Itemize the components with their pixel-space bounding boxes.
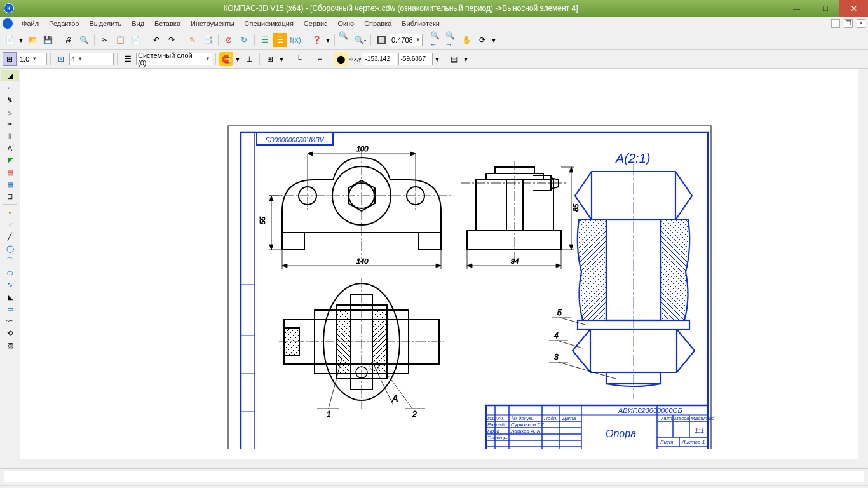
tool-aux-line[interactable]: ⟋ <box>1 219 19 230</box>
layer-mgr-button[interactable]: ☰ <box>121 52 135 66</box>
tool-hatch[interactable]: ▨ <box>1 339 19 351</box>
paste-button[interactable]: 📄 <box>128 33 142 47</box>
tool-rect[interactable]: ▭ <box>1 303 19 315</box>
vertical-scrollbar[interactable] <box>858 69 868 459</box>
svg-text:Опора: Опора <box>606 428 636 439</box>
snap-dropdown[interactable]: ▾ <box>234 52 241 66</box>
title-bar: К КОМПАС-3D V15 (x64) - [Сборочный черте… <box>0 0 868 17</box>
grid-dropdown[interactable]: ▾ <box>278 52 285 66</box>
menu-window[interactable]: Окно <box>333 18 360 29</box>
maximize-button[interactable]: ☐ <box>811 0 839 17</box>
round-button[interactable]: ⬤ <box>334 52 348 66</box>
drawing-canvas[interactable]: АВИГ.023000000СБ <box>20 69 868 459</box>
tool-dimensions[interactable]: ↔ <box>1 82 19 93</box>
tool-insert[interactable]: ⊡ <box>1 191 19 202</box>
preview-button[interactable]: 🔍 <box>77 33 91 47</box>
tool-text[interactable]: ⎁ <box>1 106 19 118</box>
lcs-button[interactable]: └ <box>292 52 306 66</box>
coord-overflow[interactable]: ▾ <box>434 52 440 66</box>
mdi-restore-button[interactable]: ❐ <box>844 19 853 28</box>
menu-libs[interactable]: Библиотеки <box>397 18 445 29</box>
menu-help[interactable]: Справка <box>359 18 397 29</box>
menu-service[interactable]: Сервис <box>299 18 333 29</box>
menu-editor[interactable]: Редактор <box>44 18 84 29</box>
style-button[interactable]: ✎ <box>186 33 200 47</box>
repeat-button[interactable]: ↻ <box>237 33 251 47</box>
ortho-button[interactable]: ⊥ <box>242 52 256 66</box>
svg-text:ОмГТУ ЗЭ-154: ОмГТУ ЗЭ-154 <box>675 448 728 449</box>
undo-button[interactable]: ↶ <box>149 33 163 47</box>
new-dropdown[interactable]: ▾ <box>18 33 24 47</box>
menu-insert[interactable]: Вставка <box>149 18 186 29</box>
snap-button[interactable]: 🧲 <box>219 52 233 66</box>
tool-line[interactable]: ╱ <box>1 231 19 242</box>
ortho2-button[interactable]: ⌐ <box>313 52 327 66</box>
minimize-button[interactable]: — <box>782 0 811 17</box>
panel-overflow[interactable]: ▾ <box>463 52 469 66</box>
tool-symbols[interactable]: ↯ <box>1 94 19 105</box>
view-combo[interactable]: 4▼ <box>69 53 114 65</box>
tool-measure[interactable]: A <box>1 142 19 154</box>
snap-step-button[interactable]: ⊞ <box>3 52 17 66</box>
zoom-fit-button[interactable]: 🔲 <box>374 33 388 47</box>
tool-offset[interactable]: ⟲ <box>1 327 19 339</box>
zoom-in-button[interactable]: 🔍+ <box>338 33 352 47</box>
tool-collect[interactable]: 〰 <box>1 315 19 327</box>
grid-button[interactable]: ⊞ <box>263 52 277 66</box>
menu-spec[interactable]: Спецификация <box>240 18 299 29</box>
tool-spec[interactable]: ▤ <box>1 166 19 178</box>
menu-view[interactable]: Вид <box>126 18 149 29</box>
toolbar-overflow-2[interactable]: ▾ <box>491 33 497 47</box>
tool-reports[interactable]: ▤ <box>1 179 19 190</box>
properties-button[interactable]: ☰ <box>258 33 272 47</box>
tool-spline[interactable]: ∿ <box>1 279 19 290</box>
svg-marker-23 <box>308 152 313 156</box>
tool-chamfer[interactable]: ◣ <box>1 291 19 302</box>
svg-text:Сурковкин Г.Г.: Сурковкин Г.Г. <box>511 422 545 428</box>
save-button[interactable]: 💾 <box>41 33 55 47</box>
tool-edit[interactable]: ✂ <box>1 118 19 130</box>
tool-circle[interactable]: ◯ <box>1 243 19 254</box>
layer-combo[interactable]: Системный слой (0)▼ <box>136 53 212 65</box>
tool-select[interactable]: ◤ <box>1 154 19 166</box>
copy-button[interactable]: 📋 <box>113 33 127 47</box>
coord-x-input[interactable]: -153.142 <box>363 53 397 65</box>
scale-combo[interactable]: 1.0▼ <box>18 53 47 65</box>
menu-select[interactable]: Выделить <box>84 18 126 29</box>
view-mgr-button[interactable]: ⊡ <box>54 52 68 66</box>
tool-params[interactable]: ⫴ <box>1 130 19 142</box>
redo-button[interactable]: ↷ <box>165 33 179 47</box>
horizontal-scrollbar[interactable] <box>0 459 868 469</box>
coord-y-input[interactable]: -59.6867 <box>398 53 433 65</box>
new-button[interactable]: 📄 <box>3 33 17 47</box>
menu-tools[interactable]: Инструменты <box>186 18 240 29</box>
tool-geometry[interactable]: ◢ <box>1 70 19 81</box>
cut-button[interactable]: ✂ <box>98 33 112 47</box>
vars-button[interactable]: f(x) <box>288 33 302 47</box>
svg-text:4: 4 <box>554 331 559 340</box>
tool-point[interactable]: • <box>1 207 19 218</box>
tool-arc[interactable]: ⌒ <box>1 255 19 266</box>
command-input[interactable] <box>4 471 864 482</box>
stop-button[interactable]: ⊘ <box>222 33 236 47</box>
pan-button[interactable]: ✋ <box>460 33 474 47</box>
layers-button[interactable]: 📑 <box>201 33 215 47</box>
zoom-prev-button[interactable]: 🔍← <box>430 33 444 47</box>
tool-ellipse[interactable]: ⬭ <box>1 267 19 278</box>
close-button[interactable]: ✕ <box>839 0 868 17</box>
spec-button[interactable]: ☰ <box>273 33 287 47</box>
zoom-next-button[interactable]: 🔍→ <box>445 33 459 47</box>
print-button[interactable]: 🖨 <box>62 33 76 47</box>
svg-marker-36 <box>269 245 273 250</box>
svg-marker-30 <box>436 264 441 268</box>
mdi-close-button[interactable]: × <box>857 19 865 28</box>
zoom-combo[interactable]: 0.4708▼ <box>390 34 423 46</box>
open-button[interactable]: 📂 <box>25 33 39 47</box>
help-context-button[interactable]: ❓ <box>309 33 323 47</box>
mdi-minimize-button[interactable]: — <box>831 19 840 28</box>
menu-file[interactable]: Файл <box>17 18 44 29</box>
rotate-button[interactable]: ⟳ <box>475 33 489 47</box>
panel-button[interactable]: ▤ <box>447 52 461 66</box>
zoom-out-button[interactable]: 🔍- <box>353 33 367 47</box>
toolbar-overflow-1[interactable]: ▾ <box>325 33 331 47</box>
